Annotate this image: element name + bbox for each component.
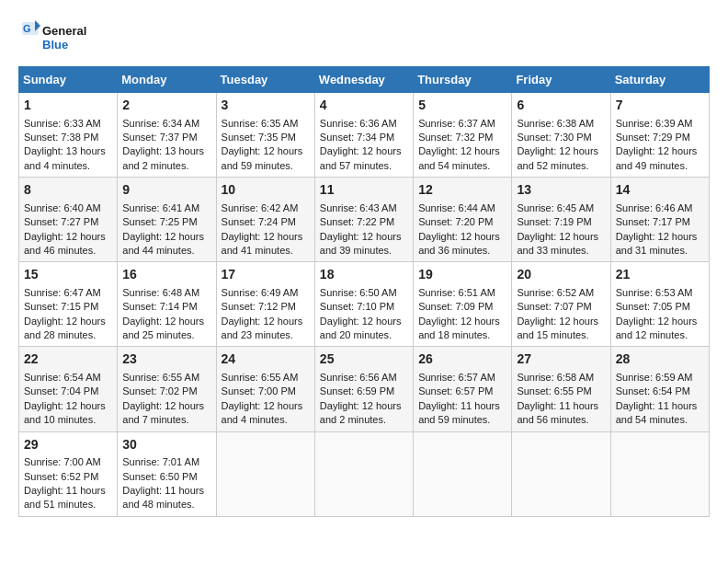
- day-info-line: and 12 minutes.: [616, 328, 704, 342]
- svg-text:G: G: [23, 23, 31, 34]
- day-info-line: Daylight: 12 hours: [517, 315, 605, 328]
- day-number: 27: [517, 350, 605, 369]
- day-info-line: Daylight: 12 hours: [24, 230, 112, 244]
- calendar-cell: [216, 431, 314, 516]
- day-number: 26: [418, 350, 506, 369]
- day-info-line: Sunrise: 6:34 AM: [122, 117, 210, 131]
- calendar-cell: 16Sunrise: 6:48 AMSunset: 7:14 PMDayligh…: [118, 262, 216, 347]
- day-info-line: and 2 minutes.: [122, 159, 210, 173]
- day-info-line: Sunset: 7:35 PM: [222, 131, 310, 144]
- day-number: 10: [222, 181, 310, 200]
- day-info-line: and 25 minutes.: [122, 328, 210, 342]
- calendar-cell: [314, 431, 413, 516]
- day-info-line: and 59 minutes.: [222, 159, 310, 173]
- day-info-line: and 2 minutes.: [320, 413, 408, 427]
- day-info-line: Sunrise: 6:39 AM: [616, 117, 704, 131]
- day-info-line: Sunset: 7:22 PM: [320, 215, 408, 229]
- calendar-table: SundayMondayTuesdayWednesdayThursdayFrid…: [18, 66, 710, 517]
- day-info-line: Daylight: 11 hours: [122, 484, 210, 498]
- day-info-line: and 4 minutes.: [222, 413, 310, 427]
- day-info-line: and 54 minutes.: [418, 159, 506, 173]
- day-info-line: Daylight: 12 hours: [24, 315, 112, 328]
- day-info-line: Sunset: 6:54 PM: [616, 385, 704, 398]
- day-info-line: and 20 minutes.: [320, 328, 408, 342]
- day-info-line: Sunset: 7:09 PM: [418, 300, 506, 314]
- day-info-line: Sunrise: 6:48 AM: [122, 286, 210, 300]
- calendar-cell: 6Sunrise: 6:38 AMSunset: 7:30 PMDaylight…: [512, 93, 610, 178]
- day-info-line: Daylight: 11 hours: [24, 484, 112, 498]
- day-info-line: Daylight: 12 hours: [517, 144, 605, 158]
- day-info-line: Sunset: 7:29 PM: [616, 131, 704, 144]
- day-info-line: Daylight: 13 hours: [24, 144, 112, 158]
- day-number: 24: [222, 350, 310, 369]
- calendar-cell: 27Sunrise: 6:58 AMSunset: 6:55 PMDayligh…: [512, 347, 610, 431]
- day-info-line: Daylight: 12 hours: [222, 144, 310, 158]
- day-info-line: Sunrise: 6:46 AM: [616, 201, 704, 215]
- day-info-line: Sunrise: 6:57 AM: [418, 371, 506, 385]
- day-info-line: Daylight: 12 hours: [418, 230, 506, 244]
- svg-text:General: General: [42, 24, 86, 38]
- day-info-line: Sunset: 7:20 PM: [418, 215, 506, 229]
- day-info-line: and 23 minutes.: [222, 328, 310, 342]
- page-header: General Blue G: [18, 18, 710, 57]
- logo: General Blue G: [18, 18, 101, 57]
- day-info-line: and 33 minutes.: [517, 244, 605, 258]
- day-info-line: Sunrise: 6:55 AM: [122, 371, 210, 385]
- day-info-line: Sunset: 7:14 PM: [122, 300, 210, 314]
- day-info-line: Daylight: 12 hours: [418, 144, 506, 158]
- col-header-saturday: Saturday: [610, 67, 709, 93]
- day-info-line: Sunset: 6:57 PM: [418, 385, 506, 398]
- day-number: 1: [24, 97, 112, 115]
- day-info-line: and 7 minutes.: [122, 413, 210, 427]
- day-info-line: Daylight: 12 hours: [222, 230, 310, 244]
- day-info-line: Sunrise: 6:49 AM: [222, 286, 310, 300]
- day-info-line: Sunrise: 6:58 AM: [517, 371, 605, 385]
- day-info-line: Daylight: 12 hours: [517, 230, 605, 244]
- calendar-cell: 2Sunrise: 6:34 AMSunset: 7:37 PMDaylight…: [118, 93, 216, 178]
- day-info-line: Daylight: 11 hours: [517, 399, 605, 413]
- day-info-line: Daylight: 12 hours: [320, 399, 408, 413]
- calendar-cell: 5Sunrise: 6:37 AMSunset: 7:32 PMDaylight…: [414, 93, 512, 178]
- col-header-sunday: Sunday: [19, 67, 118, 93]
- day-info-line: Sunset: 7:07 PM: [517, 300, 605, 314]
- day-info-line: Daylight: 12 hours: [122, 230, 210, 244]
- day-info-line: Daylight: 12 hours: [616, 144, 704, 158]
- day-number: 17: [222, 266, 310, 284]
- day-info-line: Sunrise: 6:45 AM: [517, 201, 605, 215]
- logo-svg: General Blue G: [18, 18, 101, 57]
- day-info-line: Sunrise: 6:40 AM: [24, 201, 112, 215]
- day-number: 16: [122, 266, 210, 284]
- day-info-line: Sunset: 7:17 PM: [616, 215, 704, 229]
- day-info-line: Sunset: 7:02 PM: [122, 385, 210, 398]
- calendar-cell: 22Sunrise: 6:54 AMSunset: 7:04 PMDayligh…: [19, 347, 118, 431]
- day-info-line: Sunset: 7:05 PM: [616, 300, 704, 314]
- col-header-monday: Monday: [118, 67, 216, 93]
- day-info-line: Sunset: 6:52 PM: [24, 470, 112, 484]
- day-number: 13: [517, 181, 605, 200]
- calendar-cell: 17Sunrise: 6:49 AMSunset: 7:12 PMDayligh…: [216, 262, 314, 347]
- day-info-line: and 51 minutes.: [24, 498, 112, 511]
- day-info-line: Daylight: 12 hours: [122, 315, 210, 328]
- day-info-line: Sunset: 7:38 PM: [24, 131, 112, 144]
- day-number: 4: [320, 97, 408, 115]
- day-info-line: Daylight: 12 hours: [24, 399, 112, 413]
- calendar-cell: 29Sunrise: 7:00 AMSunset: 6:52 PMDayligh…: [19, 431, 118, 516]
- day-info-line: Daylight: 12 hours: [616, 315, 704, 328]
- day-info-line: and 39 minutes.: [320, 244, 408, 258]
- calendar-cell: 23Sunrise: 6:55 AMSunset: 7:02 PMDayligh…: [118, 347, 216, 431]
- day-number: 15: [24, 266, 112, 284]
- day-number: 12: [418, 181, 506, 200]
- calendar-cell: 11Sunrise: 6:43 AMSunset: 7:22 PMDayligh…: [314, 178, 413, 262]
- day-info-line: Daylight: 13 hours: [122, 144, 210, 158]
- day-info-line: Daylight: 11 hours: [418, 399, 506, 413]
- day-info-line: Daylight: 12 hours: [320, 144, 408, 158]
- day-info-line: Sunrise: 6:53 AM: [616, 286, 704, 300]
- day-info-line: Sunset: 7:37 PM: [122, 131, 210, 144]
- day-info-line: Sunrise: 6:52 AM: [517, 286, 605, 300]
- day-info-line: Sunrise: 6:47 AM: [24, 286, 112, 300]
- calendar-cell: 21Sunrise: 6:53 AMSunset: 7:05 PMDayligh…: [610, 262, 709, 347]
- day-info-line: Sunset: 7:00 PM: [222, 385, 310, 398]
- col-header-wednesday: Wednesday: [314, 67, 413, 93]
- calendar-cell: 19Sunrise: 6:51 AMSunset: 7:09 PMDayligh…: [414, 262, 512, 347]
- day-number: 23: [122, 350, 210, 369]
